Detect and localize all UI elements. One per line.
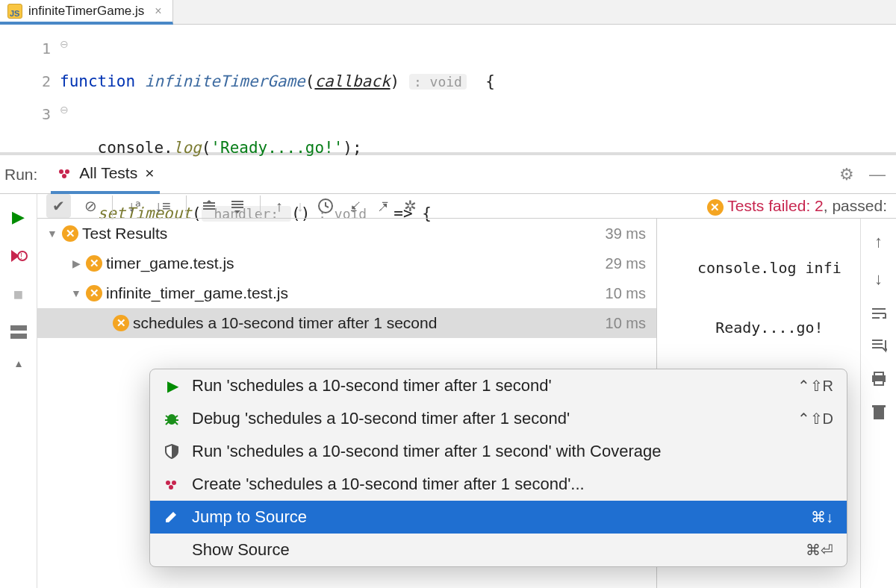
- run-label: Run:: [4, 166, 37, 184]
- ctx-show-source[interactable]: Show Source ⌘⏎: [150, 534, 847, 566]
- method-call: log: [173, 139, 202, 157]
- layout-icon[interactable]: [10, 325, 27, 339]
- line-number: 1: [0, 32, 51, 65]
- run-icon[interactable]: ▶: [12, 207, 25, 227]
- history-icon[interactable]: [317, 198, 334, 214]
- fail-badge-icon: ✕: [113, 315, 129, 331]
- ctx-coverage[interactable]: Run 'schedules a 10-second timer after 1…: [150, 435, 847, 468]
- line-number: 3: [0, 98, 51, 131]
- svg-rect-11: [874, 407, 884, 419]
- coverage-icon: [164, 443, 181, 460]
- tree-node-label: infinite_timer_game.test.js: [106, 284, 606, 302]
- duration-label: 29 ms: [606, 255, 646, 272]
- import-icon[interactable]: ⭹: [347, 198, 362, 215]
- console-line: Ready....go!: [679, 313, 860, 343]
- stop-icon[interactable]: ■: [13, 285, 23, 304]
- parameter: callback: [314, 72, 390, 90]
- bug-icon: [164, 411, 181, 426]
- code-content[interactable]: function infiniteTimerGame(callback) : v…: [60, 25, 896, 152]
- tree-node-label: schedules a 10-second timer after 1 seco…: [133, 314, 606, 332]
- tree-row-file[interactable]: ▶ ✕ timer_game.test.js 29 ms: [37, 248, 656, 278]
- ctx-label: Create 'schedules a 10-second timer afte…: [192, 475, 833, 494]
- edit-icon: [164, 510, 181, 525]
- fail-badge-icon: ✕: [707, 199, 724, 216]
- shortcut: ⌃⇧D: [797, 410, 833, 428]
- svg-rect-5: [10, 325, 27, 331]
- print-icon[interactable]: [871, 371, 887, 386]
- editor-tab[interactable]: JS infiniteTimerGame.js ×: [0, 0, 173, 25]
- duration-label: 10 ms: [606, 285, 646, 302]
- jest-icon: [164, 477, 181, 492]
- svg-point-16: [169, 485, 173, 490]
- down-arrow-icon[interactable]: ↓: [296, 198, 304, 215]
- tree-node-label: timer_game.test.js: [106, 254, 606, 272]
- expand-all-icon[interactable]: [202, 198, 217, 213]
- up-arrow-icon[interactable]: ↑: [276, 198, 283, 215]
- string-literal: 'Ready....go!': [211, 139, 343, 157]
- code-editor[interactable]: 1 2 3 ⊖ ⊖ function infiniteTimerGame(cal…: [0, 25, 896, 155]
- fail-count: 2: [815, 197, 824, 214]
- export-icon[interactable]: ⭷: [376, 198, 391, 215]
- settings-icon[interactable]: ✲: [404, 197, 417, 215]
- context-menu: ▶ Run 'schedules a 10-second timer after…: [149, 369, 847, 567]
- tree-row-file[interactable]: ▼ ✕ infinite_timer_game.test.js 10 ms: [37, 278, 656, 308]
- editor-tab-filename: infiniteTimerGame.js: [28, 4, 144, 19]
- trash-icon[interactable]: [871, 404, 886, 420]
- svg-point-15: [172, 481, 176, 485]
- scroll-to-end-icon[interactable]: [871, 338, 887, 353]
- editor-tab-bar: JS infiniteTimerGame.js ×: [0, 0, 896, 25]
- editor-gutter: 1 2 3: [0, 25, 60, 152]
- line-number: 2: [0, 65, 51, 98]
- svg-rect-9: [874, 372, 883, 376]
- up-arrow-icon[interactable]: ↑: [874, 232, 883, 251]
- soft-wrap-icon[interactable]: [871, 307, 887, 320]
- sort-icon[interactable]: ↓ᵃ: [128, 197, 141, 215]
- cancel-icon[interactable]: ⊘: [84, 197, 97, 215]
- close-tab-icon[interactable]: ×: [155, 4, 161, 18]
- check-icon[interactable]: ✔: [46, 194, 71, 218]
- fail-badge-icon: ✕: [86, 255, 102, 272]
- svg-rect-6: [10, 334, 27, 339]
- shortcut: ⌃⇧R: [797, 377, 833, 395]
- sort-tree-icon[interactable]: ↓≡: [155, 198, 171, 215]
- svg-point-3: [18, 251, 27, 260]
- pin-icon[interactable]: [11, 360, 26, 376]
- svg-rect-10: [874, 381, 883, 385]
- expand-arrow-icon[interactable]: ▶: [67, 257, 85, 269]
- svg-rect-12: [872, 405, 886, 407]
- test-summary: ✕ Tests failed: 2, passed:: [707, 197, 887, 216]
- js-file-icon: JS: [7, 4, 22, 19]
- shortcut: ⌘⏎: [806, 541, 833, 559]
- ctx-label: Show Source: [192, 540, 795, 560]
- duration-label: 10 ms: [606, 315, 646, 332]
- fail-label: Tests failed:: [727, 197, 810, 214]
- tree-row-root[interactable]: ▼ ✕ Test Results 39 ms: [37, 219, 656, 248]
- rerun-failed-icon[interactable]: !: [9, 248, 28, 264]
- tree-node-label: Test Results: [82, 225, 606, 243]
- ctx-debug[interactable]: Debug 'schedules a 10-second timer after…: [150, 402, 847, 435]
- expand-arrow-icon[interactable]: ▼: [67, 287, 85, 299]
- pass-label: , passed:: [824, 197, 887, 214]
- down-arrow-icon[interactable]: ↓: [874, 269, 883, 289]
- ctx-label: Jump to Source: [192, 507, 800, 527]
- ctx-label: Run 'schedules a 10-second timer after 1…: [192, 376, 787, 395]
- keyword: function: [60, 72, 135, 90]
- function-name: infiniteTimerGame: [145, 72, 305, 90]
- console-right-toolbar: ↑ ↓: [860, 219, 896, 588]
- fail-badge-icon: ✕: [62, 225, 78, 242]
- type-hint: : void: [409, 74, 467, 90]
- svg-point-14: [166, 481, 170, 485]
- test-tree-toolbar: ✔ ⊘ ↓ᵃ ↓≡ ↑ ↓ ⭹ ⭷ ✲ ✕ Tests fail: [37, 194, 896, 219]
- shortcut: ⌘↓: [811, 508, 833, 526]
- run-left-toolbar: ▶ ! ■: [0, 194, 37, 588]
- ctx-jump-to-source[interactable]: Jump to Source ⌘↓: [150, 501, 847, 534]
- ctx-run[interactable]: ▶ Run 'schedules a 10-second timer after…: [150, 369, 847, 402]
- run-icon: ▶: [164, 377, 181, 395]
- svg-text:!: !: [20, 252, 22, 260]
- console-line: console.log infi: [679, 253, 860, 283]
- ctx-label: Run 'schedules a 10-second timer after 1…: [192, 442, 833, 461]
- ctx-create[interactable]: Create 'schedules a 10-second timer afte…: [150, 468, 847, 501]
- expand-arrow-icon[interactable]: ▼: [43, 228, 61, 240]
- collapse-all-icon[interactable]: [230, 198, 245, 213]
- tree-row-test[interactable]: ✕ schedules a 10-second timer after 1 se…: [37, 308, 656, 338]
